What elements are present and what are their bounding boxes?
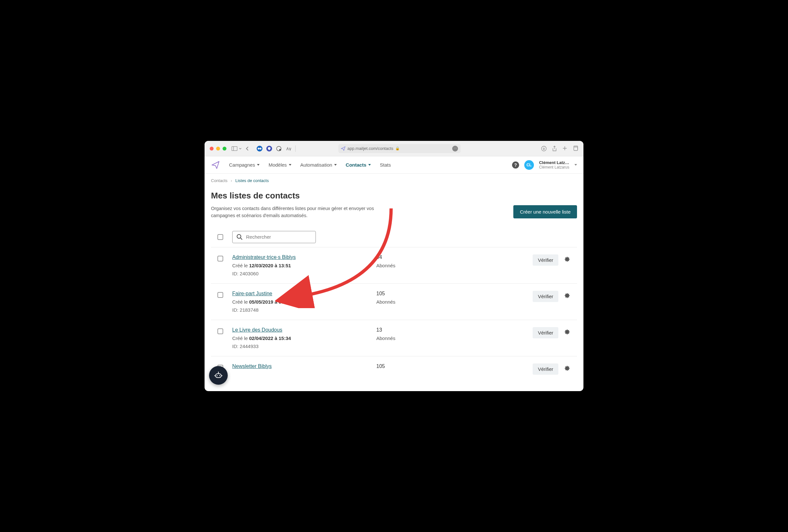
app-window: app.mailjet.com/contacts 🔒 ⋯ CampagnesMo… [204,141,584,391]
minimize-window-button[interactable] [216,147,220,151]
window-controls [210,147,226,151]
share-icon[interactable] [552,146,557,152]
user-block[interactable]: Clément Latz… Clément Latzarus [539,160,569,170]
url-bar[interactable]: app.mailjet.com/contacts 🔒 ⋯ [338,144,460,153]
nav-item-automatisation[interactable]: Automatisation [300,162,337,168]
chevron-right-icon: › [231,178,232,183]
list-row: Faire-part JustineCréé le 05/05/2019 à 0… [211,283,577,320]
extension-icon-4[interactable] [285,146,291,152]
app-logo[interactable] [211,160,220,170]
extension-icon-2[interactable] [266,146,272,152]
row-actions: Vérifier [533,254,571,266]
chevron-down-icon [239,147,242,150]
row-created-meta: Créé le 12/03/2020 à 13:51 [232,263,367,268]
list-name-link[interactable]: Le Livre des Doudous [232,327,282,333]
svg-point-12 [219,375,220,376]
main-content: Mes listes de contacts Organisez vos con… [204,188,584,388]
create-list-button[interactable]: Créer une nouvelle liste [513,205,577,218]
row-id: ID: 2444933 [232,343,367,349]
select-all-checkbox[interactable] [217,234,223,240]
row-actions: Vérifier [533,291,571,302]
lock-icon: 🔒 [395,146,400,151]
row-main: Newsletter Biblys [232,363,367,369]
chat-widget-button[interactable] [209,366,228,385]
svg-rect-10 [216,374,221,378]
row-checkbox[interactable] [217,292,223,298]
caret-down-icon [257,164,259,166]
row-count-column: 105Abonnés [376,291,524,304]
search-box[interactable] [232,231,316,243]
row-checkbox[interactable] [217,329,223,334]
gear-icon[interactable] [564,292,571,300]
row-main: Administrateur·trice·s BiblysCréé le 12/… [232,254,367,276]
extension-icon-1[interactable] [257,146,262,152]
subscriber-label: Abonnés [376,299,524,304]
search-icon [236,234,243,240]
svg-rect-7 [574,147,578,151]
svg-point-3 [259,147,261,150]
row-created-meta: Créé le 02/04/2022 à 15:34 [232,335,367,341]
svg-point-11 [217,375,218,376]
gear-icon[interactable] [564,256,571,264]
svg-point-5 [279,149,281,151]
url-menu-icon[interactable]: ⋯ [452,146,458,152]
subscriber-label: Abonnés [376,335,524,341]
row-checkbox[interactable] [217,256,223,261]
gear-icon[interactable] [564,329,571,336]
verify-button[interactable]: Vérifier [533,363,558,375]
nav-items: CampagnesModèlesAutomatisationContactsSt… [229,162,391,168]
send-icon [341,146,346,151]
maximize-window-button[interactable] [222,147,226,151]
nav-item-label: Modèles [269,162,287,168]
caret-down-icon [368,164,371,166]
verify-button[interactable]: Vérifier [533,327,558,338]
nav-item-modèles[interactable]: Modèles [269,162,291,168]
user-subname: Clément Latzarus [539,165,569,170]
row-actions: Vérifier [533,363,571,375]
page-header-row: Organisez vos contacts dans différentes … [211,205,577,219]
row-main: Le Livre des DoudousCréé le 02/04/2022 à… [232,327,367,349]
page-subtitle: Organisez vos contacts dans différentes … [211,205,385,219]
nav-item-campagnes[interactable]: Campagnes [229,162,259,168]
nav-item-contacts[interactable]: Contacts [346,162,371,168]
help-icon[interactable]: ? [512,161,519,169]
row-actions: Vérifier [533,327,571,338]
caret-down-icon [289,164,291,166]
search-input[interactable] [246,234,312,240]
search-row [211,231,577,243]
list-name-link[interactable]: Administrateur·trice·s Biblys [232,254,296,260]
user-avatar[interactable]: CL [524,160,534,170]
divider [295,145,296,152]
svg-point-15 [215,375,216,376]
user-menu-caret-icon[interactable] [574,164,577,166]
subscriber-label: Abonnés [376,263,524,268]
new-tab-icon[interactable] [562,146,567,151]
svg-point-16 [222,375,222,376]
row-count-column: 13Abonnés [376,327,524,341]
gear-icon[interactable] [564,365,571,373]
row-id: ID: 2403060 [232,271,367,276]
subscriber-count: 94 [376,254,524,260]
app-nav: CampagnesModèlesAutomatisationContactsSt… [204,156,584,174]
url-text: app.mailjet.com/contacts [347,146,393,151]
list-row: Newsletter Biblys105Vérifier [211,356,577,382]
svg-point-14 [218,372,219,373]
tabs-icon[interactable] [572,146,578,151]
extension-icon-3[interactable] [276,146,282,152]
verify-button[interactable]: Vérifier [533,254,558,266]
caret-down-icon [334,164,337,166]
breadcrumb-root[interactable]: Contacts [211,178,228,183]
download-icon[interactable] [541,146,547,152]
list-name-link[interactable]: Newsletter Biblys [232,363,272,369]
close-window-button[interactable] [210,147,214,151]
subscriber-count: 105 [376,291,524,297]
verify-button[interactable]: Vérifier [533,291,558,302]
sidebar-toggle-button[interactable] [232,146,242,151]
browser-right-icons [541,146,578,152]
back-button[interactable] [244,146,250,152]
list-name-link[interactable]: Faire-part Justine [232,291,272,296]
extension-icons [257,146,291,152]
nav-item-stats[interactable]: Stats [380,162,391,168]
browser-toolbar: app.mailjet.com/contacts 🔒 ⋯ [204,141,584,156]
row-count-column: 94Abonnés [376,254,524,268]
